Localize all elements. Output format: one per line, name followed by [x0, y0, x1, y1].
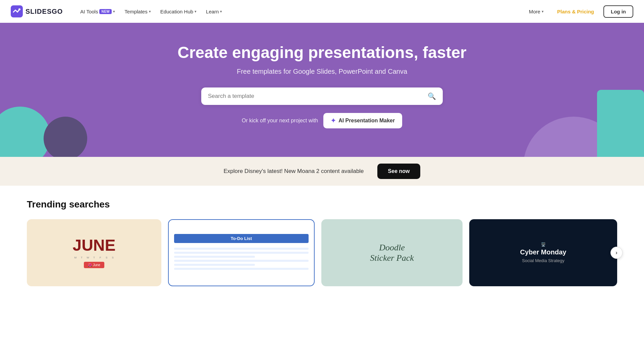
hero-subtitle: Free templates for Google Slides, PowerP… [7, 68, 637, 75]
search-bar: 🔍 [201, 87, 443, 105]
ai-prompt-text: Or kick off your next project with [242, 118, 318, 124]
nav-pricing[interactable]: Plans & Pricing [553, 6, 598, 17]
todo-line [174, 268, 309, 270]
hero-section: Create engaging presentations, faster Fr… [0, 23, 644, 157]
promo-banner: Explore Disney's latest! New Moana 2 con… [0, 157, 644, 186]
nav-links: AI Tools NEW ▾ Templates ▾ Education Hub… [76, 6, 525, 17]
trending-cards-wrapper: JUNE M T W T F S S 🌺 June To-Do List [27, 219, 617, 286]
nav-right: More ▾ Plans & Pricing Log in [525, 5, 633, 18]
nav-item-learn[interactable]: Learn ▾ [202, 6, 226, 17]
todo-line [174, 252, 309, 254]
carousel-next-button[interactable]: › [610, 247, 623, 259]
todo-line [174, 248, 309, 250]
trending-section: Trending searches JUNE M T W T F S S 🌺 J [0, 186, 644, 293]
trending-cards-row: JUNE M T W T F S S 🌺 June To-Do List [27, 219, 617, 286]
list-item[interactable]: 🖥️ Cyber Monday Social Media Strategy [469, 219, 617, 286]
cyber-sub: Social Media Strategy [522, 258, 564, 263]
search-input[interactable] [208, 93, 428, 100]
nav-item-ai-tools[interactable]: AI Tools NEW ▾ [76, 6, 119, 17]
navbar: SLIDESGO AI Tools NEW ▾ Templates ▾ Educ… [0, 0, 644, 23]
logo-text: SLIDESGO [25, 8, 63, 15]
cyber-title: Cyber Monday [520, 248, 567, 256]
doodle-text: DoodleSticker Pack [370, 242, 414, 263]
logo[interactable]: SLIDESGO [11, 5, 63, 17]
cyber-icon: 🖥️ [541, 242, 546, 247]
ai-sparkle-icon: ✦ [331, 117, 336, 124]
ai-tools-chevron-icon: ▾ [113, 9, 115, 14]
new-badge: NEW [99, 9, 112, 14]
hero-title: Create engaging presentations, faster [7, 43, 637, 62]
nav-item-education-hub[interactable]: Education Hub ▾ [156, 6, 201, 17]
todo-line [174, 264, 255, 266]
ai-section: Or kick off your next project with ✦ AI … [7, 113, 637, 128]
todo-line [174, 256, 255, 258]
todo-lines [174, 246, 309, 272]
ai-presentation-maker-button[interactable]: ✦ AI Presentation Maker [323, 113, 402, 128]
nav-item-templates[interactable]: Templates ▾ [120, 6, 155, 17]
see-now-button[interactable]: See now [377, 164, 421, 179]
nav-more[interactable]: More ▾ [525, 6, 548, 17]
chevron-right-icon: › [615, 250, 617, 256]
learn-chevron-icon: ▾ [220, 9, 222, 14]
login-button[interactable]: Log in [603, 5, 633, 18]
todo-line [174, 260, 309, 262]
june-card-content: JUNE M T W T F S S 🌺 June [66, 231, 122, 275]
list-item[interactable]: JUNE M T W T F S S 🌺 June [27, 219, 161, 286]
todo-header: To-Do List [174, 234, 309, 243]
list-item[interactable]: To-Do List [168, 219, 315, 286]
search-button[interactable]: 🔍 [428, 92, 436, 100]
more-chevron-icon: ▾ [542, 9, 544, 14]
search-icon: 🔍 [428, 93, 436, 100]
templates-chevron-icon: ▾ [149, 9, 151, 14]
list-item[interactable]: DoodleSticker Pack [321, 219, 463, 286]
trending-title: Trending searches [27, 199, 617, 210]
svg-point-1 [18, 8, 20, 10]
education-chevron-icon: ▾ [195, 9, 197, 14]
banner-text: Explore Disney's latest! New Moana 2 con… [224, 168, 364, 175]
june-label: JUNE [72, 237, 115, 253]
